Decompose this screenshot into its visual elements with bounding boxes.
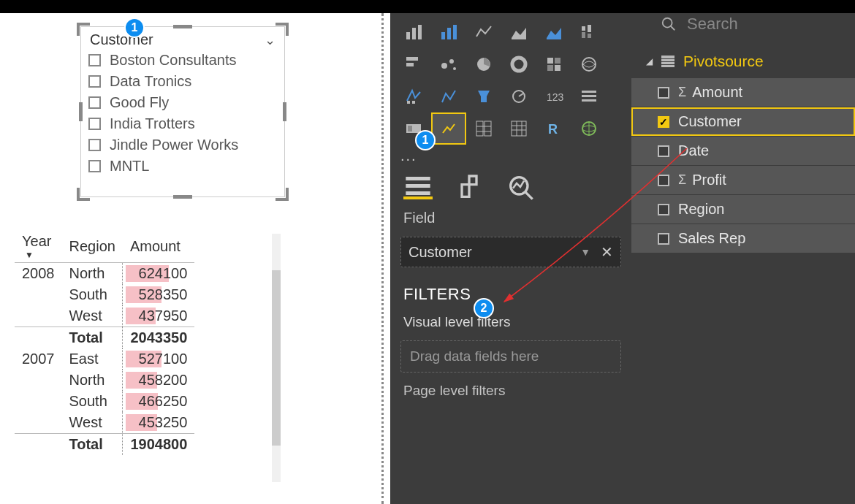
window-topbar [0,0,855,13]
cell-region: Total [62,327,123,349]
viz-treemap[interactable] [538,50,570,79]
resize-handle-l[interactable] [79,102,83,121]
checkbox-icon[interactable] [658,145,669,157]
svg-point-13 [449,59,454,64]
slicer-header[interactable]: Customer ⌄ [81,27,284,50]
analytics-tab[interactable] [506,175,535,199]
svg-rect-44 [406,177,430,180]
table-scrollbar-track[interactable] [272,234,281,482]
checkbox-icon[interactable] [88,139,101,151]
viz-waterfall[interactable] [433,82,465,111]
visual-filters-dropzone[interactable]: Drag data fields here [400,340,621,373]
checkbox-icon[interactable] [88,75,101,88]
viz-matrix[interactable] [503,114,535,143]
viz-funnel[interactable] [468,82,500,111]
fields-pane: Search ◢ Pivotsource ΣAmount✓CustomerDat… [631,13,855,504]
slicer-title: Customer [90,31,153,48]
table-visual[interactable]: Year▼ Region Amount 2008North624100South… [15,231,285,455]
viz-stacked-column[interactable] [573,18,605,47]
checkbox-icon[interactable] [658,175,669,186]
svg-rect-0 [406,32,410,39]
fields-table-pivotsource[interactable]: ◢ Pivotsource [646,53,849,70]
viz-map-globe[interactable] [573,50,605,79]
resize-handle-b[interactable] [173,195,192,199]
filters-heading: FILTERS [390,272,631,308]
table-row: 2008North624100 [15,263,194,285]
field-well-remove-icon[interactable]: ✕ [601,243,613,261]
viz-table-viz[interactable] [468,114,500,143]
field-customer[interactable]: ✓Customer [631,107,855,136]
viz-line[interactable] [468,18,500,47]
svg-rect-3 [441,32,445,39]
search-icon [661,16,677,32]
checkbox-icon[interactable] [88,54,101,66]
viz-bar-horizontal[interactable] [398,50,430,79]
slicer-item[interactable]: Boston Consultants [81,50,284,71]
chevron-down-icon[interactable]: ⌄ [265,32,276,48]
viz-r-visual[interactable]: R [538,114,570,143]
checkbox-icon[interactable] [658,233,669,245]
cell-year: 2007 [15,348,62,370]
viz-slicer[interactable] [433,114,465,143]
cell-amount: 466250 [123,391,194,412]
viz-multi-row-card[interactable] [573,82,605,111]
resize-handle-t[interactable] [173,25,192,28]
svg-rect-33 [476,121,483,136]
slicer-item[interactable]: Data Tronics [81,71,284,92]
field-well-customer[interactable]: Customer ▼ ✕ [400,237,621,267]
slicer-item[interactable]: Jindle Power Works [81,134,284,156]
slicer-visual[interactable]: Customer ⌄ Boston ConsultantsData Tronic… [80,26,285,197]
resize-handle-br[interactable] [276,188,289,201]
slicer-item[interactable]: MNTL [81,156,284,177]
field-region[interactable]: Region [631,195,855,224]
viz-card[interactable]: 123 [538,82,570,111]
slicer-item[interactable]: Good Fly [81,92,284,113]
slicer-item-label: India Trotters [110,115,195,132]
col-region[interactable]: Region [62,231,123,263]
field-profit[interactable]: ΣProfit [631,166,855,194]
resize-handle-r[interactable] [283,102,286,121]
format-tab[interactable] [455,175,484,199]
cell-amount: 528350 [123,284,194,305]
fields-search[interactable]: Search [631,13,855,39]
field-sales-rep[interactable]: Sales Rep [631,224,855,253]
resize-handle-bl[interactable] [77,188,90,201]
checkbox-icon[interactable] [88,96,101,109]
viz-scatter[interactable] [433,50,465,79]
resize-handle-tr[interactable] [276,23,289,36]
cell-region: North [62,263,123,285]
slicer-item[interactable]: India Trotters [81,113,284,134]
viz-pie[interactable] [468,50,500,79]
fields-tab[interactable] [403,175,433,199]
checkbox-icon[interactable] [88,118,101,130]
viz-stacked-bar[interactable] [398,18,430,47]
field-well-dropdown-icon[interactable]: ▼ [580,246,590,258]
checkbox-icon[interactable] [88,160,101,172]
viz-donut[interactable] [503,50,535,79]
field-well-value: Customer [408,244,472,261]
svg-rect-37 [512,121,526,136]
viz-clustered-bar[interactable] [433,18,465,47]
svg-text:R: R [548,122,558,137]
cell-region: South [62,391,123,412]
cell-year [15,327,62,349]
cell-region: East [62,348,123,370]
table-scrollbar-thumb[interactable] [272,270,281,446]
checkbox-icon[interactable] [658,204,669,215]
viz-area[interactable] [503,18,535,47]
checkbox-icon[interactable]: ✓ [658,116,669,128]
field-amount[interactable]: ΣAmount [631,78,855,107]
visualization-gallery: 123R [390,16,631,145]
resize-handle-tl[interactable] [77,23,90,36]
viz-gauge[interactable] [503,82,535,111]
slicer-item-label: Good Fly [110,94,169,111]
table-row: 2007East527100 [15,348,194,370]
col-amount[interactable]: Amount [123,231,194,263]
checkbox-icon[interactable] [658,87,669,99]
fields-table-name: Pivotsource [683,53,764,70]
col-year[interactable]: Year▼ [15,231,62,263]
viz-stacked-area[interactable] [538,18,570,47]
viz-arcgis[interactable] [573,114,605,143]
field-date[interactable]: Date [631,137,855,165]
viz-combo[interactable] [398,82,430,111]
